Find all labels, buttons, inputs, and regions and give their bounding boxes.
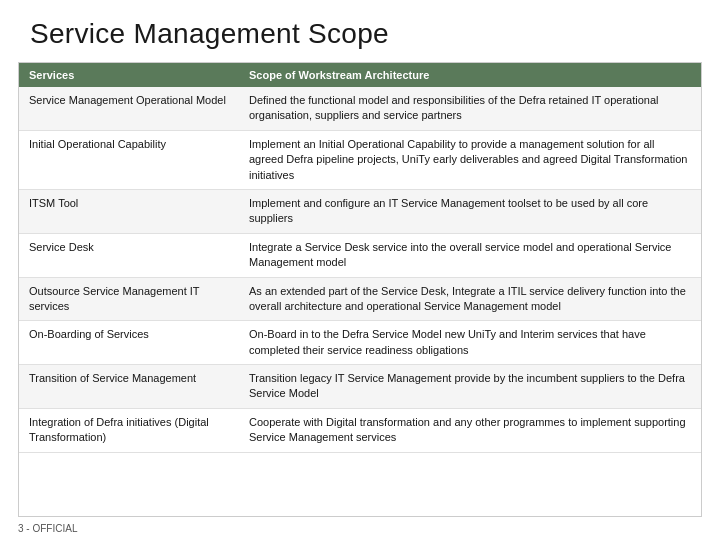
cell-service: Initial Operational Capability [19,130,239,189]
table-row: ITSM ToolImplement and configure an IT S… [19,189,701,233]
table-row: On-Boarding of ServicesOn-Board in to th… [19,321,701,365]
cell-service: Transition of Service Management [19,365,239,409]
table-header-row: Services Scope of Workstream Architectur… [19,63,701,87]
header-scope: Scope of Workstream Architecture [239,63,701,87]
table-row: Initial Operational CapabilityImplement … [19,130,701,189]
cell-scope: Transition legacy IT Service Management … [239,365,701,409]
table-row: Integration of Defra initiatives (Digita… [19,408,701,452]
header-services: Services [19,63,239,87]
footer-label: 3 - OFFICIAL [18,523,77,534]
table-container: Services Scope of Workstream Architectur… [18,62,702,517]
scope-table: Services Scope of Workstream Architectur… [19,63,701,453]
cell-scope: Integrate a Service Desk service into th… [239,233,701,277]
cell-service: On-Boarding of Services [19,321,239,365]
table-row: Service DeskIntegrate a Service Desk ser… [19,233,701,277]
cell-service: Outsource Service Management IT services [19,277,239,321]
cell-scope: On-Board in to the Defra Service Model n… [239,321,701,365]
footer: 3 - OFFICIAL [0,517,720,540]
table-row: Transition of Service ManagementTransiti… [19,365,701,409]
title-area: Service Management Scope [0,0,720,62]
cell-scope: Implement an Initial Operational Capabil… [239,130,701,189]
cell-scope: Implement and configure an IT Service Ma… [239,189,701,233]
cell-scope: Defined the functional model and respons… [239,87,701,130]
cell-scope: As an extended part of the Service Desk,… [239,277,701,321]
table-row: Service Management Operational ModelDefi… [19,87,701,130]
cell-service: Service Management Operational Model [19,87,239,130]
cell-service: Integration of Defra initiatives (Digita… [19,408,239,452]
cell-scope: Cooperate with Digital transformation an… [239,408,701,452]
cell-service: Service Desk [19,233,239,277]
table-row: Outsource Service Management IT services… [19,277,701,321]
page: Service Management Scope Services Scope … [0,0,720,540]
page-title: Service Management Scope [30,18,690,50]
cell-service: ITSM Tool [19,189,239,233]
